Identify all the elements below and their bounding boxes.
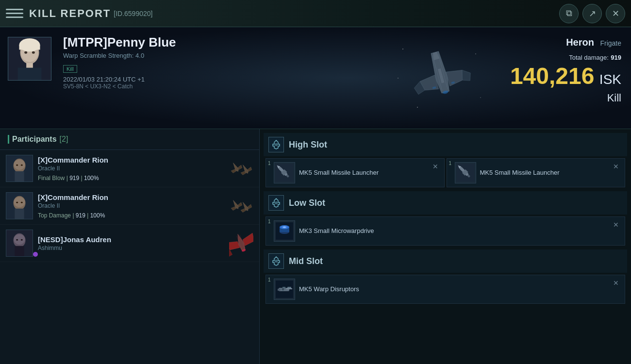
- svg-marker-59: [229, 249, 232, 257]
- avatar-face: [8, 37, 51, 80]
- high-slot-item-2: 1 MK5 Small Missile Launcher: [447, 158, 626, 187]
- low-slot-item-1: 1 MK3 S: [266, 216, 625, 246]
- participant-1-damage: 919: [69, 175, 79, 182]
- svg-point-28: [14, 160, 25, 170]
- participant-2[interactable]: [X]Commander Rion Oracle II Top Damage |…: [0, 187, 259, 225]
- warp-disruptor-remove[interactable]: ✕: [611, 278, 621, 288]
- svg-point-54: [16, 239, 18, 241]
- participant-1-percent: 100%: [84, 175, 99, 182]
- participant-3-ship-icons: [229, 231, 253, 255]
- participant-1-stat-label: Final Blow: [38, 175, 65, 182]
- participant-1-ship-icons: [229, 156, 253, 181]
- participant-3[interactable]: [NESD]Jonas Audren Ashimmu: [0, 225, 259, 262]
- svg-point-83: [275, 260, 278, 263]
- mid-slot-header: Mid Slot: [264, 249, 627, 273]
- svg-rect-29: [15, 171, 24, 182]
- participant-3-ship: Ashimmu: [38, 245, 224, 251]
- svg-rect-4: [19, 45, 40, 50]
- participant-2-ship-icons: [229, 194, 253, 218]
- mwd-remove[interactable]: ✕: [611, 220, 621, 230]
- item-2-remove[interactable]: ✕: [611, 162, 621, 171]
- svg-point-9: [402, 49, 403, 50]
- participant-1-avatar: [6, 155, 33, 182]
- item-2-qty: 1: [449, 161, 452, 166]
- ship-svg: [393, 39, 490, 117]
- warp-disruptor-icon: [274, 279, 295, 300]
- svg-point-6: [32, 51, 35, 54]
- clipboard-button[interactable]: ⧉: [559, 4, 579, 23]
- low-slot-items: 1 MK3 S: [264, 215, 627, 248]
- participant-3-avatar: [6, 230, 33, 257]
- header-accent-bar: [8, 135, 9, 144]
- high-slot-title: High Slot: [289, 140, 327, 150]
- svg-point-64: [275, 143, 278, 146]
- title-actions: ⧉ ↗ ✕: [559, 4, 625, 23]
- svg-point-11: [417, 107, 418, 108]
- player-avatar: [8, 37, 51, 81]
- purple-indicator: [33, 252, 38, 257]
- report-id: [ID.6599020]: [114, 10, 152, 17]
- missile-launcher-1-name: MK5 Small Missile Launcher: [299, 169, 427, 177]
- hamburger-menu[interactable]: [6, 5, 23, 22]
- svg-point-12: [480, 97, 481, 98]
- isk-value: 140,216: [510, 63, 595, 89]
- close-button[interactable]: ✕: [606, 4, 625, 23]
- participant-1[interactable]: [X]Commander Rion Oracle II Final Blow |…: [0, 150, 259, 187]
- result-label: Kill: [510, 92, 621, 104]
- participants-panel: Participants [2] [X]Commander Rion Oracl…: [0, 129, 260, 364]
- mwd-icon: [274, 220, 295, 242]
- isk-unit: ISK: [599, 72, 621, 87]
- svg-point-5: [24, 51, 27, 54]
- mwd-qty: 1: [268, 219, 271, 224]
- item-1-remove[interactable]: ✕: [431, 162, 440, 171]
- participant-2-damage: 919: [76, 212, 85, 219]
- svg-rect-89: [286, 288, 292, 289]
- hero-stats: Heron Frigate Total damage: 919 140,216 …: [510, 37, 621, 104]
- participant-2-stats: Top Damage | 919 | 100%: [38, 212, 224, 219]
- svg-point-31: [21, 165, 23, 166]
- high-slot-section: High Slot 1: [264, 133, 627, 189]
- svg-point-40: [14, 197, 25, 207]
- svg-point-13: [398, 78, 399, 79]
- high-slot-header: High Slot: [264, 133, 627, 156]
- participant-1-ship: Oracle II: [38, 165, 224, 172]
- participant-3-info: [NESD]Jonas Audren Ashimmu: [38, 235, 224, 251]
- participants-count: [2]: [60, 135, 68, 144]
- low-slot-header: Low Slot: [264, 191, 627, 215]
- close-icon: ✕: [612, 8, 619, 19]
- ship-illustration: [393, 37, 490, 119]
- ship-class: Frigate: [600, 39, 621, 47]
- title-bar: KILL REPORT [ID.6599020] ⧉ ↗ ✕: [0, 0, 631, 27]
- mid-slot-item-1: 1 MK5 W: [266, 275, 625, 304]
- share-icon: ↗: [589, 8, 596, 19]
- ship-type: Heron: [566, 37, 594, 48]
- warp-disruptor-name: MK5 Warp Disruptors: [299, 285, 607, 294]
- high-slot-item-1: 1 MK5 Small Missile Launcher: [266, 158, 445, 187]
- mid-slot-title: Mid Slot: [289, 256, 323, 266]
- missile-launcher-2-name: MK5 Small Missile Launcher: [480, 169, 608, 177]
- svg-point-81: [283, 227, 286, 228]
- svg-point-90: [282, 288, 284, 291]
- svg-point-52: [14, 234, 25, 245]
- hero-section: [MTPR]Penny Blue Warp Scramble Strength:…: [0, 27, 631, 129]
- low-slot-icon: [268, 195, 284, 211]
- high-slot-items: 1 MK5 Small Missile Launcher: [264, 156, 627, 189]
- participant-1-info: [X]Commander Rion Oracle II Final Blow |…: [38, 156, 224, 182]
- participant-2-percent: 100%: [90, 212, 105, 219]
- svg-point-55: [21, 239, 23, 241]
- mwd-name: MK3 Small Microwarpdrive: [299, 227, 607, 235]
- high-slot-icon: [268, 137, 284, 152]
- low-slot-section: Low Slot 1: [264, 191, 627, 248]
- svg-point-42: [16, 202, 18, 203]
- damage-value: 919: [611, 54, 621, 61]
- main-content: Participants [2] [X]Commander Rion Oracl…: [0, 129, 631, 364]
- svg-point-75: [275, 201, 278, 204]
- participant-2-name: [X]Commander Rion: [38, 193, 224, 201]
- missile-launcher-icon-2: [455, 162, 476, 183]
- participant-2-info: [X]Commander Rion Oracle II Top Damage |…: [38, 193, 224, 219]
- svg-point-30: [16, 165, 18, 166]
- share-button[interactable]: ↗: [582, 4, 602, 23]
- participant-2-stat-label: Top Damage: [38, 212, 71, 219]
- svg-rect-86: [278, 289, 281, 291]
- svg-rect-53: [15, 246, 24, 256]
